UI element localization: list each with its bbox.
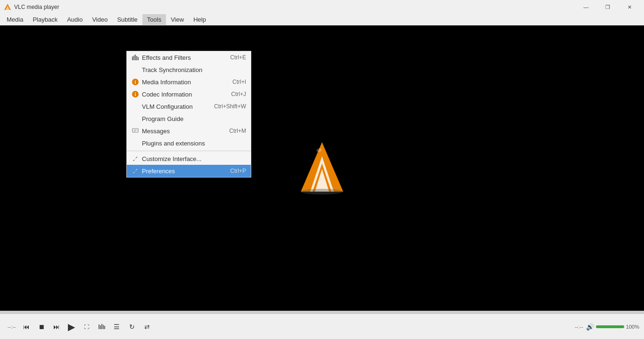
preferences-label: Preferences: [142, 168, 230, 175]
svg-rect-19: [103, 325, 104, 329]
next-button[interactable]: ⏭: [50, 320, 63, 333]
svg-rect-20: [104, 326, 105, 329]
menu-item-messages[interactable]: Messages Ctrl+M: [127, 125, 251, 137]
volume-icon: 🔊: [586, 323, 594, 331]
extended-settings-icon: [99, 323, 105, 330]
preferences-shortcut: Ctrl+P: [230, 168, 246, 174]
volume-area: 🔊 100%: [586, 323, 639, 331]
bottom-bar: --:-- ⏮ ⏹ ⏭ ▶ ⛶ ☰ ↻ ⇄ --:-- 🔊: [0, 311, 644, 339]
plugins-label: Plugins and extensions: [142, 140, 246, 147]
volume-percent: 100%: [626, 324, 639, 330]
loop-button[interactable]: ↻: [125, 320, 139, 333]
svg-rect-18: [101, 324, 102, 329]
codec-info-shortcut: Ctrl+J: [231, 91, 246, 97]
svg-rect-13: [132, 129, 138, 132]
vlc-logo: [298, 140, 346, 196]
menu-item-track-sync[interactable]: Track Synchronization: [127, 64, 251, 76]
track-sync-icon: [131, 66, 140, 73]
playlist-button[interactable]: ☰: [110, 320, 124, 333]
media-info-label: Media Information: [142, 79, 232, 86]
play-button[interactable]: ▶: [65, 320, 78, 333]
progress-bar[interactable]: [0, 311, 644, 314]
messages-label: Messages: [142, 128, 229, 135]
main-content: Effects and Filters Ctrl+E Track Synchro…: [0, 25, 644, 311]
prev-button[interactable]: ⏮: [20, 320, 33, 333]
codec-info-label: Codec Information: [142, 91, 231, 98]
menubar: Media Playback Audio Video Subtitle Tool…: [0, 14, 644, 25]
track-sync-label: Track Synchronization: [142, 66, 246, 73]
menu-item-preferences[interactable]: Preferences Ctrl+P: [127, 165, 251, 177]
program-guide-icon: [131, 115, 140, 122]
svg-rect-16: [99, 324, 99, 329]
volume-bar[interactable]: [596, 325, 624, 328]
menu-item-media-info[interactable]: i Media Information Ctrl+I: [127, 76, 251, 88]
svg-rect-12: [138, 57, 139, 60]
equalizer-icon: [131, 54, 140, 61]
minimize-button[interactable]: —: [575, 0, 597, 14]
media-info-shortcut: Ctrl+I: [232, 79, 246, 85]
effects-filters-label: Effects and Filters: [142, 54, 230, 61]
extended-settings-button[interactable]: [95, 320, 108, 333]
effects-filters-shortcut: Ctrl+E: [230, 54, 246, 61]
random-button[interactable]: ⇄: [140, 320, 154, 333]
maximize-button[interactable]: ❐: [597, 0, 619, 14]
preferences-icon: [131, 167, 140, 175]
window-title: VLC media player: [14, 4, 575, 10]
program-guide-label: Program Guide: [142, 115, 246, 122]
menu-subtitle[interactable]: Subtitle: [112, 14, 142, 25]
codec-info-icon: i: [131, 90, 140, 98]
menu-item-codec-info[interactable]: i Codec Information Ctrl+J: [127, 88, 251, 100]
svg-rect-9: [133, 56, 134, 60]
svg-rect-17: [100, 325, 101, 329]
menu-tools[interactable]: Tools: [142, 14, 166, 25]
menu-video[interactable]: Video: [87, 14, 112, 25]
window-controls: — ❐ ✕: [575, 0, 640, 14]
customize-label: Customize Interface...: [142, 155, 246, 162]
menu-audio[interactable]: Audio: [62, 14, 87, 25]
titlebar: VLC media player — ❐ ✕: [0, 0, 644, 14]
stop-button[interactable]: ⏹: [35, 320, 48, 333]
media-info-icon: i: [131, 78, 140, 86]
svg-rect-8: [132, 56, 133, 60]
svg-rect-11: [136, 56, 137, 60]
menu-view[interactable]: View: [166, 14, 189, 25]
svg-point-6: [301, 189, 343, 194]
time-elapsed: --:--: [8, 324, 16, 330]
plugins-icon: [131, 139, 140, 147]
vlm-config-icon: [131, 103, 140, 110]
app-icon: [4, 3, 11, 11]
svg-rect-10: [135, 55, 136, 60]
time-total: --:--: [575, 324, 583, 330]
customize-icon: [131, 155, 140, 162]
menu-separator: [127, 151, 251, 151]
menu-item-effects-filters[interactable]: Effects and Filters Ctrl+E: [127, 51, 251, 64]
tools-dropdown-menu: Effects and Filters Ctrl+E Track Synchro…: [126, 51, 251, 178]
menu-item-plugins[interactable]: Plugins and extensions: [127, 137, 251, 149]
menu-item-program-guide[interactable]: Program Guide: [127, 113, 251, 125]
close-button[interactable]: ✕: [619, 0, 640, 14]
fullscreen-button[interactable]: ⛶: [80, 320, 93, 333]
menu-item-vlm-config[interactable]: VLM Configuration Ctrl+Shift+W: [127, 100, 251, 113]
volume-fill: [596, 325, 624, 328]
vlm-config-shortcut: Ctrl+Shift+W: [214, 103, 246, 110]
messages-icon: [131, 127, 140, 135]
menu-playback[interactable]: Playback: [28, 14, 62, 25]
controls-row: --:-- ⏮ ⏹ ⏭ ▶ ⛶ ☰ ↻ ⇄ --:-- 🔊: [0, 314, 644, 339]
menu-item-customize[interactable]: Customize Interface...: [127, 153, 251, 165]
vlm-config-label: VLM Configuration: [142, 103, 214, 110]
menu-help[interactable]: Help: [189, 14, 211, 25]
menu-media[interactable]: Media: [2, 14, 28, 25]
messages-shortcut: Ctrl+M: [229, 128, 246, 134]
